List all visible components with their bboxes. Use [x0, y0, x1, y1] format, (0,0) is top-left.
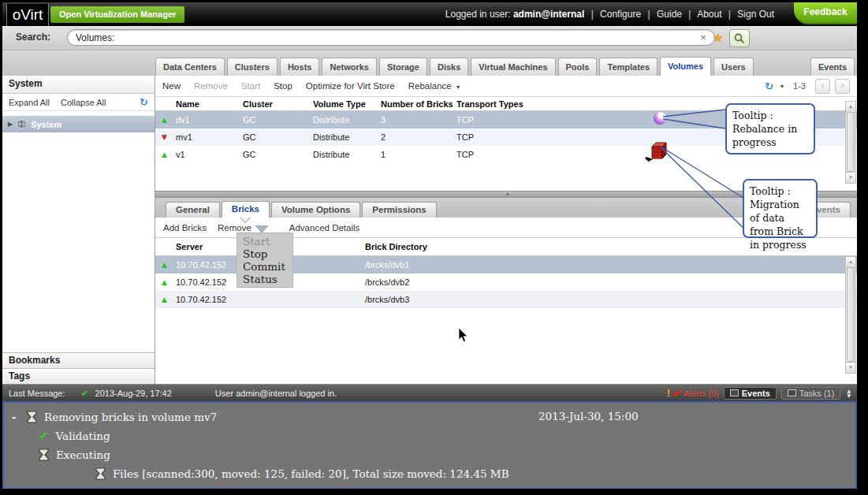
col-volume-type[interactable]: Volume Type — [313, 99, 381, 109]
subtab-volume-options[interactable]: Volume Options — [271, 202, 360, 218]
alerts-button[interactable]: ! Alerts (0) — [667, 387, 719, 399]
stop-button[interactable]: Stop — [274, 81, 292, 91]
new-button[interactable]: New — [162, 81, 181, 91]
remove-bricks-button[interactable]: Remove — [218, 223, 251, 233]
subtab-general[interactable]: General — [166, 202, 220, 218]
status-bar: Last Message: ✔ 2013-Aug-29, 17:42 User … — [2, 384, 857, 401]
scroll-down-icon[interactable]: ▾ — [845, 362, 856, 374]
col-cluster[interactable]: Cluster — [243, 99, 313, 109]
menu-item-stop[interactable]: Stop — [237, 248, 292, 260]
collapse-task-icon[interactable]: - — [12, 411, 20, 423]
clear-search-icon[interactable]: × — [700, 32, 706, 43]
tab-events[interactable]: Events — [810, 58, 855, 76]
cell-brick-directory: /brcks/dvb2 — [365, 277, 857, 287]
cell-name: mv1 — [176, 132, 243, 142]
guide-link[interactable]: Guide — [657, 9, 682, 20]
status-up-icon: ▲ — [155, 261, 176, 269]
configure-link[interactable]: Configure — [600, 9, 641, 20]
collapse-all-button[interactable]: Collapse All — [61, 98, 106, 107]
optimize-button[interactable]: Optimize for Virt Store — [306, 81, 395, 91]
tab-pools[interactable]: Pools — [558, 58, 598, 76]
remove-context-menu: Start Stop Commit Status — [237, 233, 293, 288]
feedback-button[interactable]: Feedback — [794, 2, 857, 24]
prev-page-button[interactable]: ‹ — [815, 79, 830, 94]
tab-disks[interactable]: Disks — [430, 58, 468, 76]
tree-item-system[interactable]: ▶ System — [2, 116, 155, 132]
sidebar-actions: Expand All Collapse All ↻ — [2, 94, 155, 111]
advanced-details-button[interactable]: Advanced Details — [289, 223, 360, 233]
refresh-caret-icon[interactable]: ▾ — [780, 83, 784, 90]
remove-dropdown-icon[interactable] — [255, 225, 269, 233]
panel-collapse-control[interactable]: ▲ ▼ — [847, 389, 851, 398]
step-check-icon: ✔ — [39, 429, 49, 443]
pagination-range: 1-3 — [793, 81, 806, 91]
volumes-toolbar: New Remove Start Stop Optimize for Virt … — [155, 76, 857, 96]
status-up-icon: ▲ — [155, 116, 176, 124]
events-footer-button[interactable]: Events — [724, 387, 777, 400]
remove-button: Remove — [194, 81, 228, 91]
about-link[interactable]: About — [697, 9, 721, 20]
hourglass-icon — [27, 411, 37, 423]
scroll-up-icon[interactable]: ▴ — [845, 101, 856, 113]
last-message-text: User admin@internal logged in. — [215, 389, 337, 398]
hourglass-icon — [95, 467, 106, 480]
bookmarks-section[interactable]: Bookmarks — [2, 352, 155, 368]
alerts-label: Alerts (0) — [684, 389, 719, 398]
col-name[interactable]: Name — [176, 99, 243, 109]
scroll-up-icon[interactable]: ▴ — [845, 256, 856, 268]
migration-tooltip: Tooltip : Migration of data from Brick i… — [743, 179, 818, 238]
menu-item-status[interactable]: Status — [237, 273, 292, 285]
tab-data-centers[interactable]: Data Centers — [155, 58, 225, 76]
tab-templates[interactable]: Templates — [599, 58, 658, 76]
cell-bricks: 2 — [381, 132, 456, 142]
rebalance-label: Rebalance — [408, 81, 452, 91]
scroll-down-icon[interactable]: ▾ — [845, 172, 856, 184]
refresh-icon[interactable]: ↻ — [765, 80, 773, 92]
tab-clusters[interactable]: Clusters — [227, 58, 278, 76]
cell-volume-type: Distribute — [313, 150, 381, 159]
volumes-scrollbar[interactable]: ▴ ▾ — [845, 101, 856, 183]
sidebar-refresh-icon[interactable]: ↻ — [140, 96, 148, 108]
scrollbar-thumb[interactable] — [847, 112, 855, 172]
events-footer-label: Events — [742, 389, 770, 398]
search-input[interactable]: Volumes: × — [67, 29, 715, 46]
menu-item-commit[interactable]: Commit — [237, 260, 292, 273]
search-bar: Search: Volumes: × ★ — [2, 26, 857, 50]
status-down-icon: ▼ — [155, 133, 176, 141]
bookmark-star-icon[interactable]: ★ — [713, 31, 723, 45]
cell-transport: TCP — [456, 150, 654, 159]
app-window: oVirt Open Virtualization Manager Logged… — [2, 2, 857, 489]
tags-section[interactable]: Tags — [2, 368, 155, 384]
bricks-scrollbar[interactable]: ▴ ▾ — [845, 256, 856, 373]
status-up-icon: ▲ — [155, 151, 176, 158]
start-button: Start — [241, 81, 260, 91]
tasks-panel: - Removing bricks in volume mv7 2013-Jul… — [2, 401, 857, 489]
tab-virtual-machines[interactable]: Virtual Machines — [471, 58, 555, 76]
expand-all-button[interactable]: Expand All — [9, 98, 50, 107]
brick-row-dvb3[interactable]: ▲ 10.70.42.152 /brcks/dvb3 — [155, 291, 857, 308]
scrollbar-thumb[interactable] — [847, 267, 855, 362]
rebalance-button[interactable]: Rebalance ▾ — [408, 81, 460, 91]
tab-networks[interactable]: Networks — [322, 58, 377, 76]
expander-icon[interactable]: ▶ — [8, 121, 13, 128]
search-value: Volumes: — [76, 32, 700, 43]
search-button[interactable] — [729, 29, 750, 47]
mouse-cursor — [458, 328, 469, 344]
next-page-button[interactable]: › — [835, 79, 850, 94]
subtab-bricks[interactable]: Bricks — [222, 201, 270, 218]
tab-volumes[interactable]: Volumes — [660, 57, 711, 76]
step-label: Executing — [56, 448, 110, 461]
product-badge: Open Virtualization Manager — [50, 6, 184, 23]
step-label: Validating — [56, 430, 110, 442]
col-number-of-bricks[interactable]: Number of Bricks — [381, 99, 456, 109]
tab-hosts[interactable]: Hosts — [280, 58, 320, 76]
col-transport-types[interactable]: Transport Types — [456, 99, 654, 109]
tab-users[interactable]: Users — [713, 58, 754, 76]
task-title-row[interactable]: - Removing bricks in volume mv7 — [12, 408, 848, 426]
add-bricks-button[interactable]: Add Bricks — [163, 223, 207, 233]
tasks-footer-button[interactable]: Tasks (1) — [781, 387, 841, 400]
sign-out-link[interactable]: Sign Out — [737, 9, 774, 20]
tab-storage[interactable]: Storage — [379, 58, 427, 76]
magnifier-icon — [734, 33, 745, 44]
subtab-permissions[interactable]: Permissions — [362, 202, 436, 218]
